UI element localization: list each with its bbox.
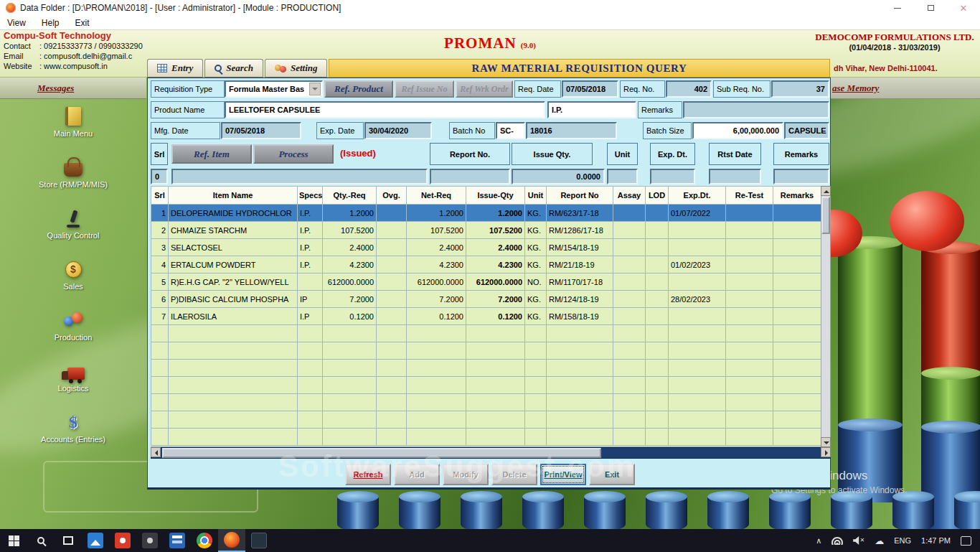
release-memory-link[interactable]: ase Memory <box>832 83 879 94</box>
taskbar-app-chrome[interactable] <box>191 529 218 552</box>
grid-column-header[interactable]: Item Name <box>169 187 298 205</box>
scroll-left-arrow[interactable] <box>151 447 161 457</box>
taskbar-app-dark[interactable] <box>136 529 164 552</box>
table-row[interactable] <box>151 394 821 411</box>
delete-button[interactable]: Delete <box>491 464 537 485</box>
grid-column-header[interactable]: Qty.-Req <box>323 187 377 205</box>
grid-column-header[interactable]: Net-Req <box>407 187 466 205</box>
table-row[interactable] <box>151 360 821 377</box>
grid-column-header[interactable]: Unit <box>525 187 547 205</box>
batch-size-field[interactable]: 6,00,000.000 <box>692 122 783 139</box>
wifi-icon[interactable] <box>831 537 843 545</box>
start-button[interactable] <box>0 529 27 552</box>
grid-column-header[interactable]: Remarks <box>773 187 821 205</box>
table-row[interactable] <box>151 411 821 429</box>
scroll-up-arrow[interactable] <box>821 186 831 196</box>
issue-item-field[interactable] <box>171 169 428 184</box>
onedrive-cloud-icon[interactable] <box>875 535 884 546</box>
tray-chevron-icon[interactable] <box>816 536 821 546</box>
table-row[interactable]: 7ILAEROSILAI.P0.12000.12000.1200KG.RM/15… <box>151 308 821 325</box>
scroll-right-arrow[interactable] <box>821 447 831 457</box>
remarks-field[interactable] <box>683 101 829 118</box>
sidebar-item-quality-control[interactable]: Quality Control <box>0 208 146 259</box>
sidebar-item-main-menu[interactable]: Main Menu <box>0 106 146 157</box>
grid-column-header[interactable]: Exp.Dt. <box>669 187 726 205</box>
table-row[interactable] <box>151 429 821 446</box>
taskbar-app-other[interactable] <box>245 529 273 552</box>
taskbar-search-button[interactable] <box>27 529 55 552</box>
issue-unit-field[interactable] <box>607 169 638 184</box>
sidebar-item-production[interactable]: Production <box>0 310 146 361</box>
refresh-button[interactable]: Refresh <box>345 464 391 485</box>
close-button[interactable]: ✕ <box>947 0 980 16</box>
exp-date-field[interactable]: 30/04/2020 <box>364 122 432 139</box>
mfg-date-field[interactable]: 07/05/2018 <box>221 122 301 139</box>
taskbar-app-calculator[interactable] <box>164 529 191 552</box>
pharmacopeia-field[interactable]: I.P. <box>547 101 636 118</box>
menu-help[interactable]: Help <box>42 18 60 28</box>
grid-column-header[interactable]: Ovg. <box>377 187 407 205</box>
messages-link[interactable]: Messages <box>37 83 74 94</box>
sidebar-item-sales[interactable]: Sales <box>0 259 146 310</box>
table-row[interactable]: 6P)DIBASIC CALCIUM PHOSPHAIP7.20007.2000… <box>151 291 821 308</box>
ref-wrk-ordr-button[interactable]: Ref Wrk Ordr <box>456 80 513 98</box>
sub-req-no-field[interactable]: 37 <box>771 80 829 98</box>
modify-button[interactable]: Modify <box>443 464 489 485</box>
tray-clock[interactable]: 1:47 PM <box>921 536 951 545</box>
scroll-down-arrow[interactable] <box>821 437 831 447</box>
horizontal-scroll-thumb[interactable] <box>162 448 601 458</box>
menu-exit[interactable]: Exit <box>75 18 89 28</box>
req-no-field[interactable]: 402 <box>666 80 712 98</box>
batch-prefix-field[interactable]: SC- <box>496 122 525 139</box>
batch-no-field[interactable]: 18016 <box>526 122 617 139</box>
exit-button[interactable]: Exit <box>589 464 635 485</box>
sidebar-item-logistics[interactable]: Logistics <box>0 361 146 412</box>
grid-column-header[interactable]: Srl <box>151 187 169 205</box>
process-button[interactable]: Process <box>253 144 334 164</box>
taskbar-app-red[interactable] <box>109 529 136 552</box>
table-row[interactable]: 2CHMAIZE STARCHMI.P.107.5200107.5200107.… <box>151 222 821 239</box>
grid-column-header[interactable]: Report No <box>547 187 613 205</box>
issue-remarks-field[interactable] <box>773 169 829 184</box>
ref-product-button[interactable]: Ref. Product <box>324 80 393 98</box>
issue-srl-field[interactable]: 0 <box>151 169 168 184</box>
tab-entry[interactable]: Entry <box>147 59 203 78</box>
tab-setting[interactable]: Setting <box>265 59 328 78</box>
minimize-button[interactable] <box>881 0 914 16</box>
grid-column-header[interactable]: Assay <box>613 187 646 205</box>
tab-search[interactable]: Search <box>204 59 263 78</box>
sidebar-item-store-rm-pm-mis[interactable]: Store (RM/PM/MIS) <box>0 157 146 208</box>
taskbar-app-photos[interactable] <box>82 529 109 552</box>
issue-exp-dt-field[interactable] <box>650 169 695 184</box>
table-row[interactable]: 1DELOPERAMIDE HYDROCHLORI.P.1.20001.2000… <box>151 205 821 222</box>
taskbar-app-proman[interactable] <box>218 529 245 552</box>
grid-column-header[interactable]: Specs <box>298 187 323 205</box>
tray-language[interactable]: ENG <box>894 536 911 545</box>
action-center-icon[interactable] <box>961 536 971 546</box>
table-row[interactable] <box>151 325 821 342</box>
grid-column-header[interactable]: Issue-Qty <box>466 187 525 205</box>
ref-item-button[interactable]: Ref. Item <box>171 144 252 164</box>
vertical-scroll-thumb[interactable] <box>821 197 830 234</box>
grid-column-header[interactable]: Re-Test <box>726 187 773 205</box>
req-date-field[interactable]: 07/05/2018 <box>562 80 618 98</box>
horizontal-scrollbar[interactable] <box>151 447 831 459</box>
requisition-type-select[interactable]: Formula Master Bas <box>225 80 323 98</box>
print-view-button[interactable]: Print/View <box>540 464 586 485</box>
sidebar-item-accounts-entries[interactable]: Accounts (Entries) <box>0 412 146 463</box>
vertical-scrollbar[interactable] <box>821 186 831 447</box>
table-row[interactable] <box>151 342 821 360</box>
add-button[interactable]: Add <box>394 464 440 485</box>
table-row[interactable]: 5R)E.H.G CAP. "2" YELLOW/YELL612000.0000… <box>151 273 821 291</box>
product-name-field[interactable]: LEELTOFER CAPSULEE <box>225 101 545 118</box>
menu-view[interactable]: View <box>7 18 26 28</box>
ref-issue-no-button[interactable]: Ref Issue No <box>395 80 454 98</box>
table-row[interactable]: 4ERTALCUM POWDERTI.P.4.23004.23004.2300K… <box>151 256 821 273</box>
issue-report-no-field[interactable] <box>430 169 510 184</box>
maximize-button[interactable] <box>914 0 947 16</box>
task-view-button[interactable] <box>55 529 82 552</box>
issue-qty-field[interactable]: 0.0000 <box>512 169 605 184</box>
table-row[interactable] <box>151 377 821 394</box>
volume-muted-icon[interactable] <box>853 536 864 545</box>
grid-column-header[interactable]: LOD <box>646 187 669 205</box>
